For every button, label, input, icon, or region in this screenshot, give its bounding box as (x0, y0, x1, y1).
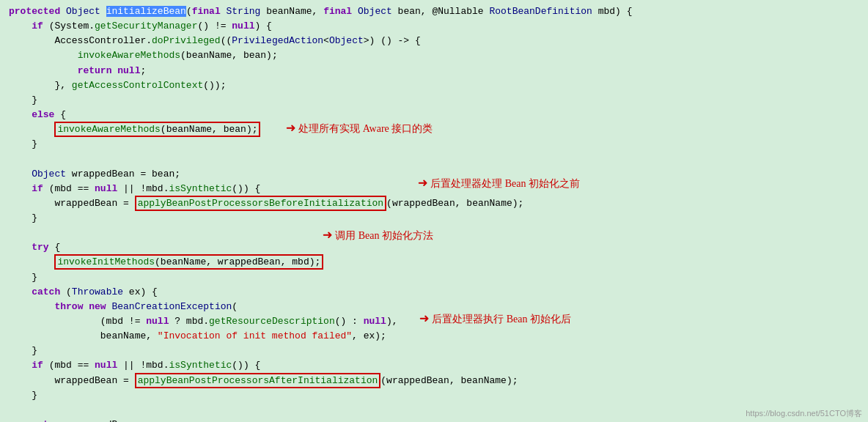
code-line-12: Object wrappedBean = bean; (9, 167, 859, 182)
code-line-10: } (9, 137, 859, 152)
code-line-13: if (mbd == null || !mbd.isSynthetic()) { (9, 182, 859, 196)
code-container: protected Object initializeBean(final St… (0, 0, 868, 422)
code-line-28 (9, 403, 859, 418)
code-line-14: wrappedBean = applyBeanPostProcessorsBef… (9, 196, 859, 211)
code-line-20: catch (Throwable ex) { (9, 285, 859, 300)
code-line-8: else { (9, 108, 859, 122)
code-line-17: try { (9, 240, 859, 255)
code-line-26: wrappedBean = applyBeanPostProcessorsAft… (9, 374, 859, 388)
code-line-29: return wrappedBean; (9, 418, 859, 422)
code-line-19: } (9, 270, 859, 285)
code-line-18: invokeInitMethods(beanName, wrappedBean,… (9, 255, 859, 270)
watermark: https://blog.csdn.net/51CTO博客 (746, 408, 862, 419)
code-line-3: AccessController.doPrivileged((Privilege… (9, 34, 859, 48)
code-line-21: throw new BeanCreationException( (9, 300, 859, 314)
code-line-4: invokeAwareMethods(beanName, bean); (9, 48, 859, 63)
code-line-2: if (System.getSecurityManager() != null)… (9, 19, 859, 34)
code-line-24: } (9, 344, 859, 358)
code-line-22: (mbd != null ? mbd.getResourceDescriptio… (9, 314, 859, 329)
code-line-16 (9, 226, 859, 240)
code-line-27: } (9, 388, 859, 403)
code-line-7: } (9, 93, 859, 108)
code-line-6: }, getAccessControlContext()); (9, 78, 859, 93)
code-line-5: return null; (9, 64, 859, 78)
code-line-1: protected Object initializeBean(final St… (9, 4, 859, 19)
code-line-9: invokeAwareMethods(beanName, bean); (9, 122, 859, 137)
code-line-25: if (mbd == null || !mbd.isSynthetic()) { (9, 358, 859, 373)
code-line-23: beanName, "Invocation of init method fai… (9, 329, 859, 344)
code-line-11 (9, 152, 859, 166)
code-line-15: } (9, 211, 859, 226)
